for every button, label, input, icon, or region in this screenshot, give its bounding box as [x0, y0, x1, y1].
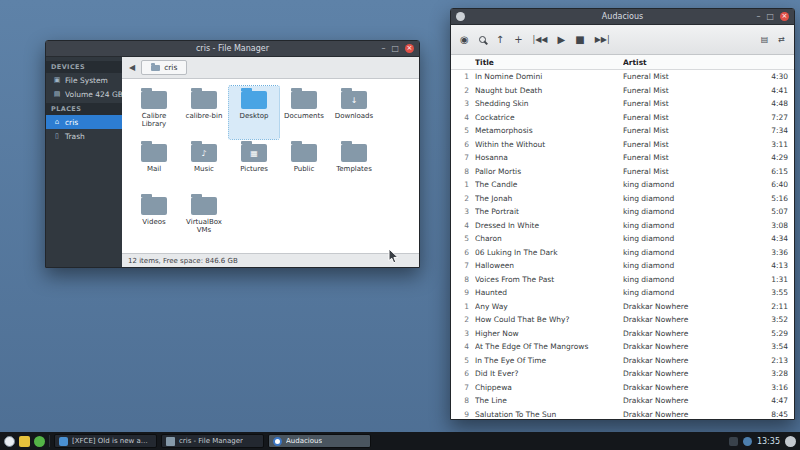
sidebar-device-item[interactable]: ▣ File System: [46, 73, 122, 87]
previous-icon[interactable]: |◀◀: [533, 36, 548, 44]
clock[interactable]: 13:35: [757, 437, 780, 446]
track-row[interactable]: 3 Shedding Skin Funeral Mist 4:48: [451, 97, 794, 111]
track-artist: Drakkar Nowhere: [623, 383, 756, 392]
track-row[interactable]: 7 Hosanna Funeral Mist 4:29: [451, 151, 794, 165]
track-time: 3:54: [756, 342, 788, 351]
close-button[interactable]: ×: [780, 12, 789, 21]
track-row[interactable]: 1 The Candle king diamond 6:40: [451, 178, 794, 192]
track-time: 3:16: [756, 383, 788, 392]
shuffle-icon[interactable]: ⇄: [778, 36, 785, 44]
folder-item[interactable]: Calibre Library: [129, 86, 179, 139]
track-artist: Drakkar Nowhere: [623, 410, 756, 419]
close-button[interactable]: ×: [405, 44, 414, 53]
track-row[interactable]: 6 Did It Ever? Drakkar Nowhere 3:28: [451, 367, 794, 381]
applications-menu-icon[interactable]: [4, 436, 15, 447]
playlist-header[interactable]: Title Artist: [451, 55, 794, 70]
track-row[interactable]: 6 06 Luking In The Dark king diamond 3:3…: [451, 246, 794, 260]
back-button[interactable]: ◀: [129, 63, 135, 72]
folder-item[interactable]: VirtualBox VMs: [179, 192, 229, 245]
record-icon[interactable]: ◉: [460, 35, 469, 45]
track-row[interactable]: 6 Within the Without Funeral Mist 3:11: [451, 138, 794, 152]
file-manager-titlebar[interactable]: cris - File Manager – □ ×: [46, 41, 419, 57]
track-row[interactable]: 2 How Could That Be Why? Drakkar Nowhere…: [451, 313, 794, 327]
track-time: 3:36: [756, 248, 788, 257]
folder-label: Public: [279, 165, 329, 173]
folder-item[interactable]: ▦ Pictures: [229, 139, 279, 192]
add-files-icon[interactable]: +: [514, 35, 522, 45]
folder-item[interactable]: Mail: [129, 139, 179, 192]
sidebar-place-item[interactable]: ⌂ cris: [46, 115, 122, 129]
track-row[interactable]: 9 Haunted king diamond 3:55: [451, 286, 794, 300]
folder-label: Documents: [279, 112, 329, 120]
open-files-icon[interactable]: ↑: [496, 35, 504, 45]
folder-item[interactable]: ♪ Music: [179, 139, 229, 192]
track-row[interactable]: 3 Higher Now Drakkar Nowhere 5:29: [451, 327, 794, 341]
track-time: 6:40: [756, 180, 788, 189]
track-number: 4: [457, 342, 469, 351]
track-artist: Funeral Mist: [623, 126, 756, 135]
next-icon[interactable]: ▶▶|: [595, 36, 610, 44]
track-row[interactable]: 4 Cockatrice Funeral Mist 7:27: [451, 111, 794, 125]
track-title: Chippewa: [475, 383, 623, 392]
panel-circle-icon[interactable]: [785, 436, 796, 447]
folder-item[interactable]: ↓ Downloads: [329, 86, 379, 139]
taskbar-window-button[interactable]: Audacious: [268, 434, 371, 448]
folder-item[interactable]: Videos: [129, 192, 179, 245]
maximize-button[interactable]: □: [391, 45, 399, 53]
title-column-header[interactable]: Title: [475, 58, 623, 67]
tray-icon[interactable]: [729, 437, 738, 446]
audacious-titlebar[interactable]: Audacious – □ ×: [451, 9, 794, 25]
track-row[interactable]: 8 Voices From The Past king diamond 1:31: [451, 273, 794, 287]
taskbar-window-button[interactable]: cris - File Manager: [161, 434, 264, 448]
folder-item[interactable]: Desktop: [229, 86, 279, 139]
track-row[interactable]: 5 Metamorphosis Funeral Mist 7:34: [451, 124, 794, 138]
tray-network-icon[interactable]: [743, 437, 752, 446]
minimize-button[interactable]: –: [381, 45, 385, 53]
play-icon[interactable]: ▶: [558, 35, 566, 45]
mouse-cursor: [388, 248, 399, 264]
path-button[interactable]: cris: [141, 60, 187, 75]
track-row[interactable]: 9 Salutation To The Sun Drakkar Nowhere …: [451, 408, 794, 420]
taskbar-window-button[interactable]: [XFCE] Old is new again ...: [54, 434, 157, 448]
folder-icon: [191, 91, 217, 109]
track-row[interactable]: 4 Dressed In White king diamond 3:08: [451, 219, 794, 233]
folder-item[interactable]: Templates: [329, 139, 379, 192]
track-row[interactable]: 1 Any Way Drakkar Nowhere 2:11: [451, 300, 794, 314]
folder-icon: [141, 91, 167, 109]
sidebar-place-item[interactable]: ▯ Trash: [46, 129, 122, 143]
track-row[interactable]: 8 Pallor Mortis Funeral Mist 6:15: [451, 165, 794, 179]
stop-icon[interactable]: ■: [575, 35, 584, 45]
track-time: 1:31: [756, 275, 788, 284]
track-row[interactable]: 7 Halloween king diamond 4:13: [451, 259, 794, 273]
track-row[interactable]: 2 The Jonah king diamond 5:16: [451, 192, 794, 206]
track-row[interactable]: 1 In Nomine Domini Funeral Mist 4:30: [451, 70, 794, 84]
folder-item[interactable]: Public: [279, 139, 329, 192]
playlist-icon[interactable]: ▤: [761, 36, 769, 44]
track-number: 5: [457, 126, 469, 135]
track-row[interactable]: 5 Charon king diamond 4:34: [451, 232, 794, 246]
maximize-button[interactable]: □: [766, 13, 774, 21]
folder-item[interactable]: Documents: [279, 86, 329, 139]
track-row[interactable]: 8 The Line Drakkar Nowhere 4:47: [451, 394, 794, 408]
folder-item[interactable]: calibre-bin: [179, 86, 229, 139]
track-artist: Drakkar Nowhere: [623, 342, 756, 351]
green-launcher-icon[interactable]: [34, 436, 45, 447]
folder-emblem-icon: [191, 197, 217, 215]
minimize-button[interactable]: –: [756, 13, 760, 21]
track-row[interactable]: 7 Chippewa Drakkar Nowhere 3:16: [451, 381, 794, 395]
track-row[interactable]: 5 In The Eye Of Time Drakkar Nowhere 2:1…: [451, 354, 794, 368]
sidebar-device-item[interactable]: ▤ Volume 424 GB: [46, 87, 122, 101]
yellow-launcher-icon[interactable]: [19, 436, 30, 447]
track-artist: Drakkar Nowhere: [623, 369, 756, 378]
track-row[interactable]: 2 Naught but Death Funeral Mist 4:41: [451, 84, 794, 98]
search-icon[interactable]: [479, 36, 486, 43]
taskbar: [XFCE] Old is new again ... cris - File …: [0, 432, 800, 450]
artist-column-header[interactable]: Artist: [623, 58, 756, 67]
audacious-window: Audacious – □ × ◉ ↑ + |◀◀ ▶ ■ ▶▶| ▤ ⇄ Ti…: [450, 8, 795, 420]
track-row[interactable]: 4 At The Edge Of The Mangrows Drakkar No…: [451, 340, 794, 354]
folder-label: Calibre Library: [129, 112, 179, 128]
track-title: Dressed In White: [475, 221, 623, 230]
track-row[interactable]: 3 The Portrait king diamond 5:07: [451, 205, 794, 219]
app-menu-icon[interactable]: [456, 12, 465, 21]
folder-emblem-icon: [141, 144, 167, 162]
